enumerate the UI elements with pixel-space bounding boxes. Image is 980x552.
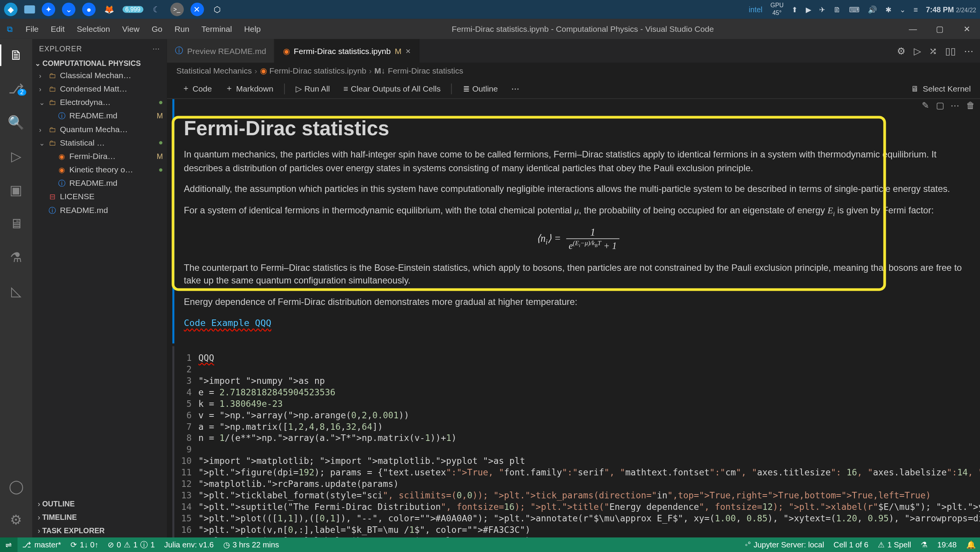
chevron-down-icon[interactable]: ⌄ [35, 60, 40, 67]
taskbar-app-icon[interactable]: ⬡ [210, 3, 224, 16]
prettier-icon[interactable]: ⚗ [916, 537, 933, 552]
code-example-link: Code Example QQQ [184, 318, 272, 328]
jupyter-server[interactable]: ◦° Jupyter Server: local [740, 537, 829, 552]
tree-item[interactable]: ◉Kinetic theory o…• [32, 163, 167, 176]
diff-icon[interactable]: ⤮ [929, 46, 937, 56]
taskbar-app-icon[interactable]: ⌄ [62, 3, 75, 16]
clipboard-icon[interactable]: 🗎 [833, 5, 841, 13]
breadcrumb[interactable]: Statistical Mechanics› ◉ Fermi-Dirac sta… [167, 62, 980, 79]
wakatime[interactable]: ◷ 3 hrs 22 mins [218, 537, 284, 552]
add-code-button[interactable]: ＋ Code [177, 82, 218, 96]
explorer-sidebar: EXPLORER ⋯ ⌄COMPUTATIONAL PHYSICS ›🗀Clas… [32, 39, 167, 537]
more-icon[interactable]: ⋯ [951, 100, 959, 110]
clear-outputs-button[interactable]: ≡ Clear Outputs of All Cells [338, 82, 446, 95]
taskbar-app-icon[interactable]: ✕ [190, 3, 204, 16]
maximize-button[interactable]: ▢ [926, 24, 953, 34]
chevron-down-icon[interactable]: ⌄ [900, 5, 906, 14]
menu-icon[interactable]: ≡ [913, 5, 918, 13]
tree-item[interactable]: ›🗀Classical Mechan… [32, 69, 167, 82]
taskbar-app-icon[interactable] [24, 5, 35, 13]
cell-position[interactable]: Cell 1 of 6 [829, 537, 873, 552]
bell-icon[interactable]: 🔔 [961, 537, 980, 552]
firefox-icon[interactable]: 🦊 [102, 3, 116, 16]
account-icon[interactable]: ◯ [0, 475, 32, 497]
explorer-icon[interactable]: 🗎 [0, 44, 32, 66]
scm-icon[interactable]: ⎇2 [0, 78, 32, 100]
more-icon[interactable]: ⋯ [152, 44, 160, 53]
status-time[interactable]: 19:48 [933, 537, 961, 552]
cell-title: Fermi-Dirac statistics [184, 117, 972, 140]
search-icon[interactable]: 🔍 [0, 112, 32, 133]
menu-view[interactable]: View [117, 21, 145, 36]
julia-env[interactable]: Julia env: v1.6 [159, 537, 218, 552]
tab-bar: ⓘPreview README.md◉Fermi-Dirac statistic… [167, 39, 980, 63]
tree-item[interactable]: ⓘREADME.mdM [32, 109, 167, 123]
menu-file[interactable]: File [20, 21, 44, 36]
tree-item[interactable]: ⓘREADME.md [32, 177, 167, 190]
edit-icon[interactable]: ✎ [922, 100, 929, 110]
editor-tab[interactable]: ⓘPreview README.md [167, 39, 275, 63]
taskbar-app-icon[interactable]: ☾ [150, 3, 163, 16]
markdown-cell[interactable]: Fermi-Dirac statistics In quantum mechan… [176, 112, 980, 344]
remote-icon[interactable]: 🖥 [0, 213, 32, 234]
more-button[interactable]: ⋯ [506, 82, 525, 95]
testing-icon[interactable]: ⚗ [0, 246, 32, 268]
minimize-button[interactable]: — [900, 24, 926, 34]
app-menu-icon[interactable]: ◆ [4, 3, 18, 16]
menu-go[interactable]: Go [146, 21, 168, 36]
telegram-icon[interactable]: ✈ [819, 5, 825, 14]
tree-item[interactable]: ⊟LICENSE [32, 190, 167, 203]
upload-icon[interactable]: ⬆ [792, 5, 798, 14]
taskbar-app-icon[interactable]: ✦ [42, 3, 55, 16]
add-markdown-button[interactable]: ＋ Markdown [220, 82, 279, 96]
git-branch[interactable]: ⎇ master* [18, 537, 66, 552]
system-clock[interactable]: 7:48 PM 2/24/22 [926, 5, 976, 14]
spell-status[interactable]: ⚠ 1 Spell [873, 537, 916, 552]
close-tab-icon[interactable]: × [406, 46, 411, 56]
code-cell[interactable]: 123456789101112131415161718 QQQ">import … [176, 349, 980, 537]
bookmark-icon[interactable]: ◺ [0, 280, 32, 301]
panel-icon[interactable]: ▢ [936, 100, 944, 110]
sidebar-section[interactable]: › TIMELINE [32, 511, 167, 524]
keyboard-icon[interactable]: ⌨ [849, 5, 860, 14]
play-icon[interactable]: ▶ [806, 5, 811, 14]
tree-item[interactable]: ◉Fermi-Dira…M [32, 149, 167, 163]
sidebar-section[interactable]: › TASK EXPLORER [32, 524, 167, 537]
more-icon[interactable]: ⋯ [964, 46, 973, 56]
problems-status[interactable]: ⊘ 0 ⚠ 1 ⓘ 1 [103, 537, 159, 552]
tree-item[interactable]: ⓘREADME.md [32, 203, 167, 217]
menu-terminal[interactable]: Terminal [196, 21, 237, 36]
outline-button[interactable]: ≣ Outline [458, 82, 504, 95]
settings-gear-icon[interactable]: ⚙ [0, 509, 32, 531]
intel-icon: intel [749, 5, 762, 13]
tree-item[interactable]: ⌄🗀Electrodyna…• [32, 96, 167, 109]
remote-indicator[interactable]: ⇌ [0, 537, 18, 552]
run-icon[interactable]: ▷ [914, 46, 921, 56]
tree-item[interactable]: ⌄🗀Statistical …• [32, 136, 167, 149]
bluetooth-icon[interactable]: ✱ [885, 5, 892, 14]
menu-help[interactable]: Help [239, 21, 266, 36]
split-icon[interactable]: ▯▯ [945, 46, 956, 56]
taskbar-app-icon[interactable]: ● [82, 3, 95, 16]
extensions-icon[interactable]: ▣ [0, 179, 32, 201]
menu-selection[interactable]: Selection [71, 21, 115, 36]
notebook-toolbar: ＋ Code ＋ Markdown ▷ Run All ≡ Clear Outp… [167, 79, 980, 99]
delete-icon[interactable]: 🗑 [966, 100, 975, 110]
menu-edit[interactable]: Edit [45, 21, 70, 36]
editor-tab[interactable]: ◉Fermi-Dirac statistics.ipynbM× [275, 39, 419, 63]
terminal-icon[interactable]: >_ [170, 3, 183, 16]
tree-item[interactable]: ›🗀Quantum Mecha… [32, 123, 167, 136]
activity-bar: 🗎 ⎇2 🔍 ▷ ▣ 🖥 ⚗ ◺ ◯ ⚙ [0, 39, 32, 537]
close-button[interactable]: ✕ [953, 24, 980, 34]
sidebar-section[interactable]: › OUTLINE [32, 497, 167, 510]
run-all-button[interactable]: ▷ Run All [290, 82, 335, 95]
sync-status[interactable]: ⟳ 1↓ 0↑ [66, 537, 103, 552]
kernel-icon: 🖥 [911, 84, 919, 93]
menu-run[interactable]: Run [169, 21, 195, 36]
tree-item[interactable]: ›🗀Condensed Matt… [32, 82, 167, 95]
settings-icon[interactable]: ⚙ [897, 46, 906, 56]
select-kernel-button[interactable]: Select Kernel [923, 84, 971, 93]
run-icon[interactable]: ▷ [0, 146, 32, 167]
volume-icon[interactable]: 🔊 [868, 5, 877, 14]
notebook: ✎ ▢ ⋯ 🗑 Fermi-Dirac statistics In quantu… [167, 99, 980, 537]
